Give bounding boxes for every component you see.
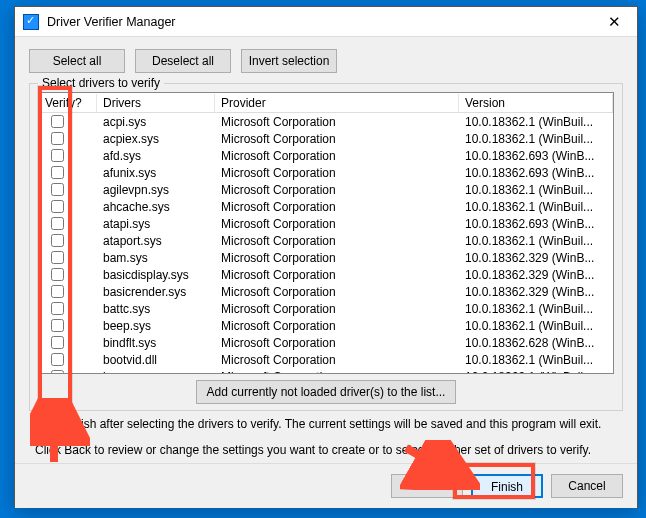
driver-provider: Microsoft Corporation [215,166,459,180]
driver-name: bootvid.dll [97,353,215,367]
table-row[interactable]: ataport.sysMicrosoft Corporation10.0.183… [39,232,613,249]
driver-version: 10.0.18362.1 (WinBuil... [459,200,613,214]
column-header-verify[interactable]: Verify? [39,94,97,112]
driver-name: beep.sys [97,319,215,333]
finish-button[interactable]: Finish [471,474,543,498]
driver-name: bam.sys [97,251,215,265]
table-row[interactable]: acpiex.sysMicrosoft Corporation10.0.1836… [39,130,613,147]
cancel-button[interactable]: Cancel [551,474,623,498]
verify-checkbox[interactable] [51,115,64,128]
verify-checkbox[interactable] [51,183,64,196]
driver-version: 10.0.18362.1 (WinBuil... [459,319,613,333]
hint-finish: Click Finish after selecting the drivers… [35,417,617,431]
driver-name: basicdisplay.sys [97,268,215,282]
driver-version: 10.0.18362.329 (WinB... [459,251,613,265]
deselect-all-button[interactable]: Deselect all [135,49,231,73]
driver-name: basicrender.sys [97,285,215,299]
list-body[interactable]: acpi.sysMicrosoft Corporation10.0.18362.… [39,113,613,373]
driver-provider: Microsoft Corporation [215,285,459,299]
verify-checkbox[interactable] [51,370,64,373]
table-row[interactable]: basicrender.sysMicrosoft Corporation10.0… [39,283,613,300]
driver-version: 10.0.18362.693 (WinB... [459,166,613,180]
verify-checkbox[interactable] [51,268,64,281]
driver-name: afunix.sys [97,166,215,180]
driver-name: ahcache.sys [97,200,215,214]
driver-version: 10.0.18362.329 (WinB... [459,268,613,282]
verify-checkbox[interactable] [51,319,64,332]
driver-list: Verify? Drivers Provider Version acpi.sy… [38,92,614,374]
driver-name: ataport.sys [97,234,215,248]
table-row[interactable]: afd.sysMicrosoft Corporation10.0.18362.6… [39,147,613,164]
driver-name: acpi.sys [97,115,215,129]
driver-version: 10.0.18362.1 (WinBuil... [459,115,613,129]
driver-provider: Microsoft Corporation [215,149,459,163]
verify-checkbox[interactable] [51,217,64,230]
table-row[interactable]: battc.sysMicrosoft Corporation10.0.18362… [39,300,613,317]
verify-checkbox[interactable] [51,234,64,247]
driver-provider: Microsoft Corporation [215,268,459,282]
table-row[interactable]: agilevpn.sysMicrosoft Corporation10.0.18… [39,181,613,198]
add-drivers-button[interactable]: Add currently not loaded driver(s) to th… [196,380,456,404]
verify-checkbox[interactable] [51,200,64,213]
column-header-drivers[interactable]: Drivers [97,94,215,112]
driver-name: battc.sys [97,302,215,316]
driver-version: 10.0.18362.1 (WinBuil... [459,183,613,197]
driver-provider: Microsoft Corporation [215,183,459,197]
groupbox-label: Select drivers to verify [38,76,164,90]
driver-provider: Microsoft Corporation [215,302,459,316]
driver-provider: Microsoft Corporation [215,217,459,231]
driver-provider: Microsoft Corporation [215,319,459,333]
table-row[interactable]: afunix.sysMicrosoft Corporation10.0.1836… [39,164,613,181]
footer: < Back Finish Cancel [15,463,637,508]
driver-name: bindflt.sys [97,336,215,350]
driver-version: 10.0.18362.628 (WinB... [459,336,613,350]
driver-provider: Microsoft Corporation [215,251,459,265]
table-row[interactable]: bindflt.sysMicrosoft Corporation10.0.183… [39,334,613,351]
app-icon [23,14,39,30]
verify-checkbox[interactable] [51,353,64,366]
driver-name: agilevpn.sys [97,183,215,197]
table-row[interactable]: bowser.sysMicrosoft Corporation10.0.1836… [39,368,613,373]
select-all-button[interactable]: Select all [29,49,125,73]
hint-back: Click Back to review or change the setti… [35,443,617,457]
table-row[interactable]: ahcache.sysMicrosoft Corporation10.0.183… [39,198,613,215]
driver-name: bowser.sys [97,370,215,374]
driver-version: 10.0.18362.329 (WinB... [459,285,613,299]
verify-checkbox[interactable] [51,149,64,162]
back-button[interactable]: < Back [391,474,463,498]
verify-checkbox[interactable] [51,285,64,298]
toolbar: Select all Deselect all Invert selection [29,49,623,73]
driver-version: 10.0.18362.1 (WinBuil... [459,353,613,367]
table-row[interactable]: acpi.sysMicrosoft Corporation10.0.18362.… [39,113,613,130]
list-header: Verify? Drivers Provider Version [39,93,613,113]
driver-provider: Microsoft Corporation [215,234,459,248]
content-area: Select all Deselect all Invert selection… [15,37,637,463]
verify-checkbox[interactable] [51,132,64,145]
table-row[interactable]: atapi.sysMicrosoft Corporation10.0.18362… [39,215,613,232]
table-row[interactable]: beep.sysMicrosoft Corporation10.0.18362.… [39,317,613,334]
dialog-window: Driver Verifier Manager ✕ Select all Des… [14,6,638,508]
driver-provider: Microsoft Corporation [215,353,459,367]
window-title: Driver Verifier Manager [47,15,591,29]
table-row[interactable]: bootvid.dllMicrosoft Corporation10.0.183… [39,351,613,368]
driver-provider: Microsoft Corporation [215,336,459,350]
driver-provider: Microsoft Corporation [215,115,459,129]
titlebar: Driver Verifier Manager ✕ [15,7,637,37]
verify-checkbox[interactable] [51,166,64,179]
column-header-version[interactable]: Version [459,94,613,112]
close-icon[interactable]: ✕ [591,7,637,37]
verify-checkbox[interactable] [51,302,64,315]
invert-selection-button[interactable]: Invert selection [241,49,337,73]
column-header-provider[interactable]: Provider [215,94,459,112]
table-row[interactable]: bam.sysMicrosoft Corporation10.0.18362.3… [39,249,613,266]
driver-version: 10.0.18362.693 (WinB... [459,217,613,231]
verify-checkbox[interactable] [51,336,64,349]
driver-provider: Microsoft Corporation [215,200,459,214]
drivers-groupbox: Select drivers to verify Verify? Drivers… [29,83,623,411]
table-row[interactable]: basicdisplay.sysMicrosoft Corporation10.… [39,266,613,283]
driver-version: 10.0.18362.1 (WinBuil... [459,302,613,316]
driver-version: 10.0.18362.693 (WinB... [459,149,613,163]
verify-checkbox[interactable] [51,251,64,264]
driver-name: afd.sys [97,149,215,163]
driver-name: acpiex.sys [97,132,215,146]
